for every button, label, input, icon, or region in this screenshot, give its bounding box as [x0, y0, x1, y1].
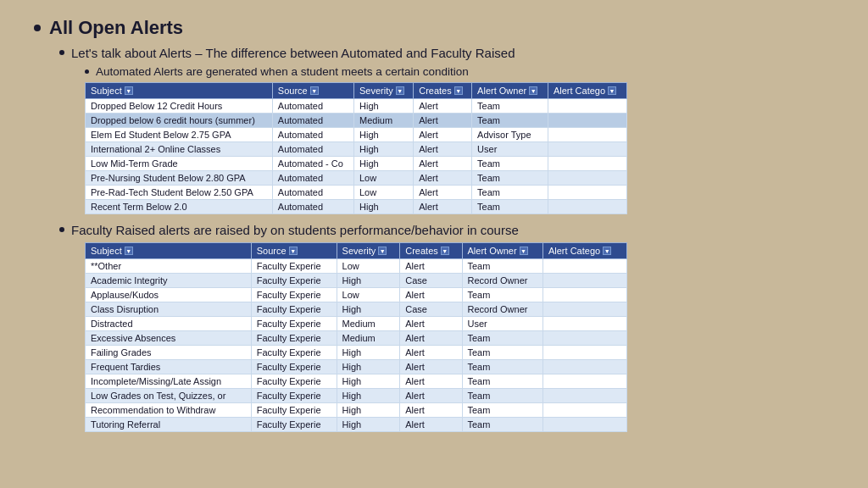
sub-bullet-2-text: Faculty Raised alerts are raised by on s…: [71, 223, 519, 237]
filter-arrow-subject-2[interactable]: ▼: [125, 247, 133, 255]
filter-arrow-catego-2[interactable]: ▼: [603, 247, 611, 255]
filter-arrow-catego-1[interactable]: ▼: [608, 86, 616, 95]
sub-bullet-1: Let's talk about Alerts – The difference…: [59, 46, 834, 60]
table-row: Incomplete/Missing/Late AssignFaculty Ex…: [86, 374, 627, 389]
main-title-text: All Open Alerts: [49, 17, 183, 39]
filter-arrow-source-2[interactable]: ▼: [289, 247, 298, 255]
sub-bullet-1-text: Let's talk about Alerts – The difference…: [71, 46, 515, 60]
col-owner-2[interactable]: Alert Owner ▼: [462, 243, 542, 259]
sub-bullet-2: Faculty Raised alerts are raised by on s…: [59, 223, 834, 237]
sub-bullet-1-dot: [59, 50, 64, 55]
table-row: Low Mid-Term GradeAutomated - CoHighAler…: [86, 157, 627, 171]
filter-arrow-severity-1[interactable]: ▼: [396, 86, 404, 95]
col-owner-1[interactable]: Alert Owner ▼: [472, 83, 548, 99]
col-catego-1[interactable]: Alert Catego ▼: [548, 83, 626, 99]
automated-alerts-table: Subject ▼ Source ▼ Severity ▼: [85, 82, 627, 214]
filter-arrow-creates-1[interactable]: ▼: [454, 86, 463, 95]
table-row: Dropped Below 12 Credit HoursAutomatedHi…: [86, 99, 627, 114]
table-row: **OtherFaculty ExperieLowAlertTeam: [86, 259, 627, 274]
col-creates-2[interactable]: Creates ▼: [400, 243, 462, 259]
col-severity-1[interactable]: Severity ▼: [354, 83, 414, 99]
faculty-alerts-table: Subject ▼ Source ▼ Severity ▼: [85, 242, 627, 432]
filter-arrow-owner-2[interactable]: ▼: [520, 247, 528, 255]
filter-arrow-subject-1[interactable]: ▼: [125, 86, 133, 95]
col-subject-1[interactable]: Subject ▼: [86, 83, 273, 99]
col-source-2[interactable]: Source ▼: [251, 243, 337, 259]
sub-bullet-2-dot: [59, 227, 64, 232]
table-row: Recent Term Below 2.0AutomatedHighAlertT…: [86, 200, 627, 214]
col-catego-2[interactable]: Alert Catego ▼: [542, 243, 626, 259]
sub-sub-bullet-1-dot: [85, 69, 89, 74]
sub-sub-bullet-1: Automated Alerts are generated when a st…: [85, 65, 834, 78]
table-row: Recommendation to WithdrawFaculty Experi…: [86, 403, 627, 418]
table-row: Pre-Nursing Student Below 2.80 GPAAutoma…: [86, 171, 627, 186]
table-row: Pre-Rad-Tech Student Below 2.50 GPAAutom…: [86, 186, 627, 200]
sub-sub-bullet-1-text: Automated Alerts are generated when a st…: [96, 65, 469, 78]
col-severity-2[interactable]: Severity ▼: [337, 243, 400, 259]
table-row: Elem Ed Student Below 2.75 GPAAutomatedH…: [86, 128, 627, 142]
table-row: Low Grades on Test, Quizzes, orFaculty E…: [86, 389, 627, 403]
table1-container: Subject ▼ Source ▼ Severity ▼: [85, 82, 834, 214]
filter-arrow-owner-1[interactable]: ▼: [529, 86, 537, 95]
table-row: Academic IntegrityFaculty ExperieHighCas…: [86, 274, 627, 288]
filter-arrow-severity-2[interactable]: ▼: [378, 247, 387, 255]
table-row: Failing GradesFaculty ExperieHighAlertTe…: [86, 346, 627, 360]
table-row: Applause/KudosFaculty ExperieLowAlertTea…: [86, 288, 627, 302]
filter-arrow-source-1[interactable]: ▼: [310, 86, 319, 95]
table2-container: Subject ▼ Source ▼ Severity ▼: [85, 242, 834, 432]
filter-arrow-creates-2[interactable]: ▼: [441, 247, 449, 255]
table-row: Class DisruptionFaculty ExperieHighCaseR…: [86, 302, 627, 317]
col-subject-2[interactable]: Subject ▼: [86, 243, 252, 259]
main-bullet-dot: [34, 25, 41, 31]
table-row: Frequent TardiesFaculty ExperieHighAlert…: [86, 360, 627, 374]
col-creates-1[interactable]: Creates ▼: [414, 83, 472, 99]
table-row: Tutoring ReferralFaculty ExperieHighAler…: [86, 418, 627, 432]
table-row: Excessive AbsencesFaculty ExperieMediumA…: [86, 331, 627, 346]
main-title: All Open Alerts: [34, 17, 834, 39]
col-source-1[interactable]: Source ▼: [272, 83, 353, 99]
table-row: DistractedFaculty ExperieMediumAlertUser: [86, 317, 627, 331]
table-row: International 2+ Online ClassesAutomated…: [86, 142, 627, 157]
table-row: Dropped below 6 credit hours (summer)Aut…: [86, 114, 627, 128]
